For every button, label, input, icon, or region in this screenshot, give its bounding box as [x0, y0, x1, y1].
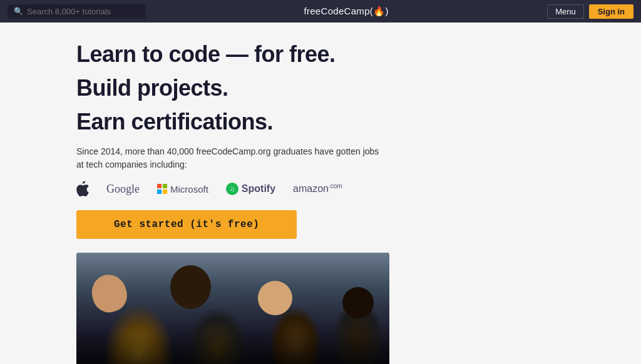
apple-logo — [76, 181, 89, 196]
headline-learn: Learn to code — for free. — [76, 41, 336, 68]
headline-earn: Earn certifications. — [76, 109, 273, 135]
microsoft-text: Microsoft — [170, 184, 208, 195]
logo-flame: (🔥) — [370, 6, 389, 16]
nav-actions: Menu Sign in — [547, 4, 633, 19]
navbar: 🔍 freeCodeCamp(🔥) Menu Sign in — [0, 0, 641, 23]
search-icon: 🔍 — [14, 7, 23, 16]
signin-button[interactable]: Sign in — [589, 4, 633, 19]
hero-section: Learn to code — for free. Build projects… — [76, 41, 565, 364]
image-overlay — [76, 331, 389, 364]
amazon-text: amazon.com — [293, 183, 342, 195]
spotify-logo: ♫ Spotify — [226, 183, 275, 195]
logo-text: freeCodeCamp — [304, 6, 369, 16]
google-logo: Google — [106, 183, 140, 196]
companies-row: Google Microsoft ♫ Spotify amazon.com — [76, 181, 342, 196]
microsoft-logo: Microsoft — [157, 184, 208, 195]
person-4 — [342, 287, 374, 318]
hero-image — [76, 253, 389, 364]
headline-build: Build projects. — [76, 75, 228, 101]
search-input[interactable] — [27, 7, 139, 16]
person-1 — [88, 271, 131, 316]
spotify-icon: ♫ — [226, 183, 238, 195]
site-logo: freeCodeCamp(🔥) — [304, 6, 388, 17]
person-3 — [255, 278, 295, 318]
people-scene — [76, 253, 389, 364]
google-text: Google — [106, 183, 140, 196]
cta-button[interactable]: Get started (it's free) — [76, 210, 297, 239]
amazon-logo: amazon.com — [293, 183, 342, 195]
description-text: Since 2014, more than 40,000 freeCodeCam… — [76, 145, 383, 171]
apple-icon — [76, 181, 89, 196]
microsoft-grid-icon — [157, 184, 167, 194]
menu-button[interactable]: Menu — [547, 4, 584, 19]
person-2 — [170, 265, 211, 309]
spotify-text: Spotify — [242, 183, 275, 195]
main-content: Learn to code — for free. Build projects… — [0, 23, 641, 364]
search-bar[interactable]: 🔍 — [8, 4, 145, 19]
